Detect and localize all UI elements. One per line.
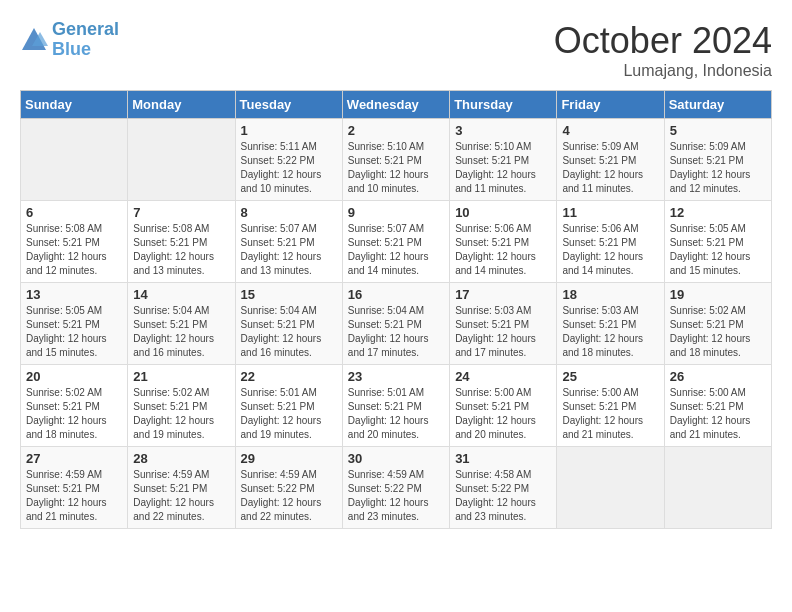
calendar-cell: 19Sunrise: 5:02 AM Sunset: 5:21 PM Dayli… [664,283,771,365]
day-number: 27 [26,451,122,466]
day-number: 17 [455,287,551,302]
day-content: Sunrise: 5:10 AM Sunset: 5:21 PM Dayligh… [455,140,551,196]
calendar-cell: 27Sunrise: 4:59 AM Sunset: 5:21 PM Dayli… [21,447,128,529]
calendar-cell: 30Sunrise: 4:59 AM Sunset: 5:22 PM Dayli… [342,447,449,529]
day-number: 28 [133,451,229,466]
day-content: Sunrise: 5:02 AM Sunset: 5:21 PM Dayligh… [670,304,766,360]
header-row: SundayMondayTuesdayWednesdayThursdayFrid… [21,91,772,119]
day-number: 23 [348,369,444,384]
day-number: 11 [562,205,658,220]
day-content: Sunrise: 5:10 AM Sunset: 5:21 PM Dayligh… [348,140,444,196]
calendar-cell: 2Sunrise: 5:10 AM Sunset: 5:21 PM Daylig… [342,119,449,201]
day-number: 12 [670,205,766,220]
day-number: 19 [670,287,766,302]
calendar-cell: 16Sunrise: 5:04 AM Sunset: 5:21 PM Dayli… [342,283,449,365]
calendar-cell: 3Sunrise: 5:10 AM Sunset: 5:21 PM Daylig… [450,119,557,201]
day-number: 20 [26,369,122,384]
day-content: Sunrise: 5:00 AM Sunset: 5:21 PM Dayligh… [562,386,658,442]
day-content: Sunrise: 5:04 AM Sunset: 5:21 PM Dayligh… [241,304,337,360]
calendar-cell: 10Sunrise: 5:06 AM Sunset: 5:21 PM Dayli… [450,201,557,283]
calendar-cell: 23Sunrise: 5:01 AM Sunset: 5:21 PM Dayli… [342,365,449,447]
day-content: Sunrise: 5:03 AM Sunset: 5:21 PM Dayligh… [455,304,551,360]
day-number: 31 [455,451,551,466]
calendar-cell [21,119,128,201]
calendar-week-3: 13Sunrise: 5:05 AM Sunset: 5:21 PM Dayli… [21,283,772,365]
day-content: Sunrise: 5:00 AM Sunset: 5:21 PM Dayligh… [455,386,551,442]
day-content: Sunrise: 5:08 AM Sunset: 5:21 PM Dayligh… [26,222,122,278]
day-number: 10 [455,205,551,220]
header-cell-wednesday: Wednesday [342,91,449,119]
day-content: Sunrise: 4:59 AM Sunset: 5:21 PM Dayligh… [26,468,122,524]
day-content: Sunrise: 5:07 AM Sunset: 5:21 PM Dayligh… [241,222,337,278]
day-number: 21 [133,369,229,384]
day-content: Sunrise: 5:09 AM Sunset: 5:21 PM Dayligh… [562,140,658,196]
day-number: 2 [348,123,444,138]
day-content: Sunrise: 5:07 AM Sunset: 5:21 PM Dayligh… [348,222,444,278]
location-subtitle: Lumajang, Indonesia [554,62,772,80]
calendar-cell: 1Sunrise: 5:11 AM Sunset: 5:22 PM Daylig… [235,119,342,201]
page-header: General Blue October 2024 Lumajang, Indo… [20,20,772,80]
header-cell-thursday: Thursday [450,91,557,119]
header-cell-tuesday: Tuesday [235,91,342,119]
calendar-cell: 31Sunrise: 4:58 AM Sunset: 5:22 PM Dayli… [450,447,557,529]
day-number: 22 [241,369,337,384]
calendar-week-4: 20Sunrise: 5:02 AM Sunset: 5:21 PM Dayli… [21,365,772,447]
day-content: Sunrise: 5:02 AM Sunset: 5:21 PM Dayligh… [26,386,122,442]
day-number: 7 [133,205,229,220]
calendar-cell: 17Sunrise: 5:03 AM Sunset: 5:21 PM Dayli… [450,283,557,365]
calendar-cell: 4Sunrise: 5:09 AM Sunset: 5:21 PM Daylig… [557,119,664,201]
calendar-table: SundayMondayTuesdayWednesdayThursdayFrid… [20,90,772,529]
calendar-cell: 20Sunrise: 5:02 AM Sunset: 5:21 PM Dayli… [21,365,128,447]
day-content: Sunrise: 5:03 AM Sunset: 5:21 PM Dayligh… [562,304,658,360]
calendar-cell: 21Sunrise: 5:02 AM Sunset: 5:21 PM Dayli… [128,365,235,447]
day-number: 30 [348,451,444,466]
day-number: 26 [670,369,766,384]
day-content: Sunrise: 5:00 AM Sunset: 5:21 PM Dayligh… [670,386,766,442]
day-content: Sunrise: 4:59 AM Sunset: 5:21 PM Dayligh… [133,468,229,524]
day-number: 9 [348,205,444,220]
calendar-cell: 29Sunrise: 4:59 AM Sunset: 5:22 PM Dayli… [235,447,342,529]
day-content: Sunrise: 4:58 AM Sunset: 5:22 PM Dayligh… [455,468,551,524]
calendar-cell: 12Sunrise: 5:05 AM Sunset: 5:21 PM Dayli… [664,201,771,283]
title-block: October 2024 Lumajang, Indonesia [554,20,772,80]
day-content: Sunrise: 4:59 AM Sunset: 5:22 PM Dayligh… [348,468,444,524]
day-content: Sunrise: 4:59 AM Sunset: 5:22 PM Dayligh… [241,468,337,524]
day-content: Sunrise: 5:01 AM Sunset: 5:21 PM Dayligh… [241,386,337,442]
day-number: 8 [241,205,337,220]
day-content: Sunrise: 5:08 AM Sunset: 5:21 PM Dayligh… [133,222,229,278]
calendar-cell: 9Sunrise: 5:07 AM Sunset: 5:21 PM Daylig… [342,201,449,283]
day-number: 14 [133,287,229,302]
day-content: Sunrise: 5:04 AM Sunset: 5:21 PM Dayligh… [348,304,444,360]
calendar-cell: 26Sunrise: 5:00 AM Sunset: 5:21 PM Dayli… [664,365,771,447]
day-content: Sunrise: 5:05 AM Sunset: 5:21 PM Dayligh… [670,222,766,278]
logo-text: General Blue [52,20,119,60]
header-cell-monday: Monday [128,91,235,119]
calendar-cell: 11Sunrise: 5:06 AM Sunset: 5:21 PM Dayli… [557,201,664,283]
day-content: Sunrise: 5:04 AM Sunset: 5:21 PM Dayligh… [133,304,229,360]
day-number: 4 [562,123,658,138]
calendar-cell [557,447,664,529]
calendar-cell: 22Sunrise: 5:01 AM Sunset: 5:21 PM Dayli… [235,365,342,447]
calendar-cell: 6Sunrise: 5:08 AM Sunset: 5:21 PM Daylig… [21,201,128,283]
logo: General Blue [20,20,119,60]
day-number: 5 [670,123,766,138]
day-number: 24 [455,369,551,384]
calendar-cell: 13Sunrise: 5:05 AM Sunset: 5:21 PM Dayli… [21,283,128,365]
calendar-cell: 7Sunrise: 5:08 AM Sunset: 5:21 PM Daylig… [128,201,235,283]
day-number: 13 [26,287,122,302]
calendar-cell: 8Sunrise: 5:07 AM Sunset: 5:21 PM Daylig… [235,201,342,283]
calendar-header: SundayMondayTuesdayWednesdayThursdayFrid… [21,91,772,119]
day-number: 16 [348,287,444,302]
calendar-body: 1Sunrise: 5:11 AM Sunset: 5:22 PM Daylig… [21,119,772,529]
header-cell-friday: Friday [557,91,664,119]
day-content: Sunrise: 5:06 AM Sunset: 5:21 PM Dayligh… [562,222,658,278]
calendar-cell: 18Sunrise: 5:03 AM Sunset: 5:21 PM Dayli… [557,283,664,365]
calendar-cell: 28Sunrise: 4:59 AM Sunset: 5:21 PM Dayli… [128,447,235,529]
header-cell-sunday: Sunday [21,91,128,119]
month-title: October 2024 [554,20,772,62]
day-number: 1 [241,123,337,138]
day-content: Sunrise: 5:02 AM Sunset: 5:21 PM Dayligh… [133,386,229,442]
day-number: 29 [241,451,337,466]
day-number: 15 [241,287,337,302]
logo-icon [20,26,48,54]
